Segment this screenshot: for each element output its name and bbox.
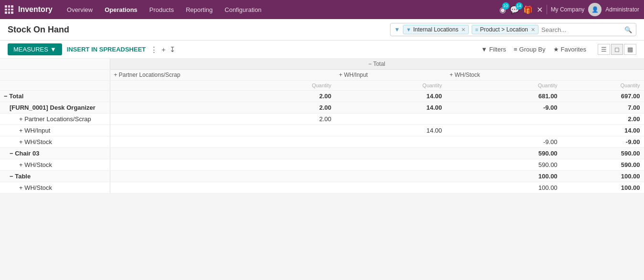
table-row[interactable]: − Total 2.00 14.00 681.00 697.00: [0, 91, 644, 102]
nav-configuration[interactable]: Configuration: [220, 4, 266, 16]
nav-right: ◉ 10 💬 14 🎁 ✕ My Company 👤 Administrator: [499, 3, 639, 16]
nav-overview[interactable]: Overview: [62, 4, 97, 16]
filter-tag-close-2[interactable]: ✕: [531, 27, 535, 33]
table-row[interactable]: + WH/Input 14.00 14.00: [0, 125, 644, 136]
group-by-button[interactable]: ≡ Group By: [514, 46, 546, 53]
filters-button[interactable]: ▼ Filters: [481, 46, 506, 53]
chart-view-button[interactable]: ▩: [624, 44, 636, 55]
row-wh-stock-qty: -9.00: [446, 136, 561, 148]
row-partner-qty: [110, 159, 335, 171]
list-view-button[interactable]: ☰: [598, 44, 610, 55]
filter-tag-close-1[interactable]: ✕: [461, 27, 465, 33]
page-title: Stock On Hand: [8, 25, 385, 35]
row-wh-stock-qty: -9.00: [446, 102, 561, 114]
table-row[interactable]: + Partner Locations/Scrap 2.00 2.00: [0, 114, 644, 125]
row-total-qty: 697.00: [561, 91, 644, 102]
stock-table: − Total + Partner Locations/Scrap + WH/I…: [0, 59, 644, 194]
company-name[interactable]: My Company: [551, 6, 585, 13]
row-wh-input-qty: [335, 148, 446, 159]
quantity-label-empty: [0, 81, 110, 91]
filter-tag-internal-locations[interactable]: ▼ Internal Locations ✕: [403, 25, 469, 34]
col-partner-locations[interactable]: + Partner Locations/Scrap: [110, 70, 335, 81]
filter-tag-product-location[interactable]: ≡ Product > Location ✕: [472, 25, 538, 34]
row-partner-qty: 2.00: [110, 102, 335, 114]
nav-products[interactable]: Products: [145, 4, 179, 16]
add-icon[interactable]: +: [161, 45, 166, 54]
empty-label-col: [0, 70, 110, 81]
favorites-label: Favorites: [561, 46, 586, 53]
row-wh-stock-qty: 681.00: [446, 91, 561, 102]
favorites-button[interactable]: ★ Favorites: [553, 46, 586, 53]
close-icon[interactable]: ✕: [537, 5, 543, 14]
quantity-header-3: Quantity: [446, 81, 561, 91]
filter-tag-label-2: Product > Location: [480, 26, 528, 33]
total-group-header: − Total: [110, 59, 644, 70]
filter-actions: ▼ Filters ≡ Group By ★ Favorites ☰ ◻ ▩: [481, 44, 636, 55]
nav-operations[interactable]: Operations: [100, 4, 142, 16]
row-wh-stock-qty: 100.00: [446, 182, 561, 194]
quantity-header-2: Quantity: [335, 81, 446, 91]
filter-tag-icon-1: ▼: [406, 27, 412, 32]
row-total-qty: 590.00: [561, 148, 644, 159]
star-icon: ★: [553, 46, 559, 53]
view-switcher: ☰ ◻ ▩: [598, 44, 636, 55]
navbar: Inventory Overview Operations Products R…: [0, 0, 644, 19]
col-wh-stock[interactable]: + WH/Stock: [446, 70, 561, 81]
apps-icon[interactable]: [5, 5, 13, 14]
row-partner-qty: [110, 171, 335, 182]
activities-badge: 10: [502, 2, 509, 10]
row-partner-qty: [110, 136, 335, 148]
table-row[interactable]: [FURN_0001] Desk Organizer 2.00 14.00 -9…: [0, 102, 644, 114]
row-wh-stock-qty: [446, 114, 561, 125]
filters-label: Filters: [489, 46, 506, 53]
table-row[interactable]: − Table 100.00 100.00: [0, 171, 644, 182]
insert-spreadsheet-button[interactable]: INSERT IN SPREADSHEET: [67, 46, 146, 53]
row-partner-qty: 2.00: [110, 91, 335, 102]
table-row[interactable]: + WH/Stock 100.00 100.00: [0, 182, 644, 194]
row-label: − Chair 03: [0, 148, 110, 159]
row-wh-input-qty: [335, 171, 446, 182]
grid-view-button[interactable]: ◻: [611, 44, 623, 55]
messages-badge: 14: [516, 2, 523, 10]
row-total-qty: 590.00: [561, 159, 644, 171]
activities-icon[interactable]: ◉ 10: [499, 5, 506, 14]
subheader: Stock On Hand ▼ ▼ Internal Locations ✕ ≡…: [0, 19, 644, 41]
row-label: [FURN_0001] Desk Organizer: [0, 102, 110, 114]
table-row[interactable]: + WH/Stock 590.00 590.00: [0, 159, 644, 171]
adjust-icon[interactable]: ⋮: [150, 45, 158, 54]
user-avatar[interactable]: 👤: [588, 3, 602, 16]
row-wh-input-qty: [335, 114, 446, 125]
measures-label: MEASURES: [13, 46, 48, 53]
row-label: + WH/Stock: [0, 136, 110, 148]
row-partner-qty: [110, 125, 335, 136]
table-row[interactable]: + WH/Stock -9.00 -9.00: [0, 136, 644, 148]
download-icon[interactable]: ↧: [169, 45, 176, 54]
row-total-qty: 100.00: [561, 182, 644, 194]
toolbar-icons: ⋮ + ↧: [150, 45, 176, 54]
filter-tag-icon-2: ≡: [475, 27, 478, 32]
nav-menu: Overview Operations Products Reporting C…: [62, 4, 495, 16]
nav-reporting[interactable]: Reporting: [181, 4, 217, 16]
row-label: + Partner Locations/Scrap: [0, 114, 110, 125]
row-wh-stock-qty: [446, 125, 561, 136]
col-group-header: − Total: [0, 59, 644, 70]
toolbar: MEASURES ▼ INSERT IN SPREADSHEET ⋮ + ↧ ▼…: [0, 41, 644, 59]
filter-tag-label-1: Internal Locations: [413, 26, 458, 33]
search-button[interactable]: 🔍: [624, 26, 632, 33]
table-row[interactable]: − Chair 03 590.00 590.00: [0, 148, 644, 159]
gift-icon[interactable]: 🎁: [523, 5, 533, 14]
row-total-qty: 14.00: [561, 125, 644, 136]
col-wh-input[interactable]: + WH/Input: [335, 70, 446, 81]
row-wh-input-qty: [335, 136, 446, 148]
filter-funnel-icon: ▼: [394, 26, 400, 33]
messages-icon[interactable]: 💬 14: [510, 5, 519, 14]
search-input[interactable]: [541, 26, 622, 33]
measures-button[interactable]: MEASURES ▼: [8, 43, 62, 55]
row-label: + WH/Input: [0, 125, 110, 136]
table-container: − Total + Partner Locations/Scrap + WH/I…: [0, 59, 644, 194]
username[interactable]: Administrator: [605, 6, 639, 13]
row-total-qty: 7.00: [561, 102, 644, 114]
row-wh-input-qty: 14.00: [335, 91, 446, 102]
row-wh-input-qty: [335, 182, 446, 194]
row-partner-qty: [110, 148, 335, 159]
